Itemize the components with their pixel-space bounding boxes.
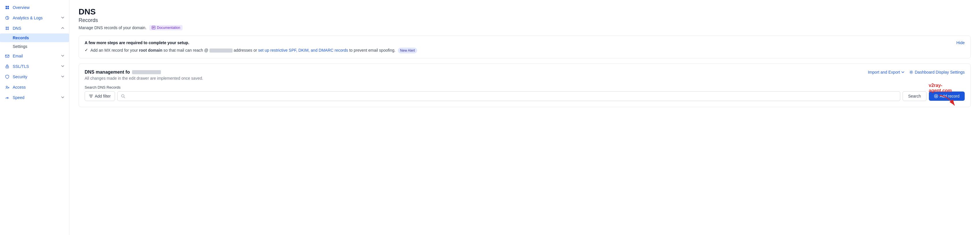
sidebar-sub-item-settings[interactable]: Settings [0, 42, 69, 51]
dns-section-title: DNS management fo [85, 70, 161, 75]
page-title: DNS [79, 7, 971, 17]
plus-icon [934, 94, 938, 98]
dns-section-header: DNS management fo Import and Export Dash… [85, 70, 965, 75]
sidebar-item-dns[interactable]: DNS [0, 23, 69, 33]
sidebar-item-access[interactable]: Access [0, 82, 69, 92]
dns-management-section: DNS management fo Import and Export Dash… [79, 64, 971, 107]
sidebar-item-overview[interactable]: Overview [0, 2, 69, 13]
search-button-label: Search [908, 94, 921, 98]
sidebar-item-email[interactable]: Email [0, 51, 69, 61]
new-alert-badge: New Alert [398, 48, 417, 53]
doc-icon [152, 26, 156, 29]
blurred-domain [210, 49, 232, 52]
chevron-down-icon-ssl [61, 64, 64, 69]
sidebar-item-dns-label: DNS [13, 26, 21, 30]
documentation-badge[interactable]: Documentation [150, 25, 183, 30]
import-export-label: Import and Export [868, 70, 900, 75]
gear-icon [909, 70, 913, 74]
sidebar-item-ssl-tls[interactable]: SSL/TLS [0, 61, 69, 71]
chevron-down-icon-email [61, 54, 64, 58]
hide-link[interactable]: Hide [956, 40, 965, 45]
lock-icon [5, 64, 10, 69]
add-record-area: Add record v2ray-agent.com [929, 92, 965, 101]
svg-rect-0 [5, 6, 7, 7]
filter-icon [89, 94, 93, 98]
sidebar-item-analytics-logs[interactable]: Analytics & Logs [0, 13, 69, 23]
chart-icon [5, 15, 10, 21]
search-input-wrap [117, 91, 900, 101]
add-record-button[interactable]: Add record [929, 92, 965, 101]
sidebar: Overview Analytics & Logs DNS [0, 0, 69, 235]
doc-badge-label: Documentation [157, 26, 180, 30]
dns-section-description: All changes made in the edit drawer are … [85, 76, 965, 81]
grid-icon [5, 5, 10, 10]
search-area: Search DNS Records Add filter [85, 85, 965, 101]
alert-body-middle: so that mail can reach @ [164, 48, 208, 52]
alert-body-suffix: addresses or [234, 48, 257, 52]
page-subtitle: Records [79, 17, 971, 23]
add-record-label: Add record [940, 94, 959, 98]
sidebar-item-overview-label: Overview [13, 5, 29, 10]
svg-point-5 [6, 27, 6, 28]
chevron-down-icon-speed [61, 95, 64, 100]
alert-bold-word: root domain [139, 48, 162, 52]
dns-icon [5, 26, 10, 31]
import-export-button[interactable]: Import and Export [868, 70, 905, 75]
dns-management-title-prefix: DNS management fo [85, 70, 130, 75]
sidebar-sub-item-records[interactable]: Records [0, 33, 69, 42]
alert-body-prefix: Add an MX record for your [91, 48, 138, 52]
alert-box: A few more steps are required to complet… [79, 35, 971, 58]
alert-title: A few more steps are required to complet… [85, 40, 965, 45]
sidebar-item-email-label: Email [13, 54, 23, 58]
dashboard-settings-label: Dashboard Display Settings [915, 70, 965, 75]
sidebar-sub-item-records-label: Records [13, 35, 29, 40]
sidebar-item-analytics-logs-label: Analytics & Logs [13, 16, 43, 20]
sidebar-item-access-label: Access [13, 85, 26, 89]
alert-body: ✓ Add an MX record for your root domain … [85, 48, 965, 53]
alert-text: Add an MX record for your root domain so… [91, 48, 417, 53]
sidebar-item-speed-label: Speed [13, 95, 24, 100]
sidebar-item-ssl-tls-label: SSL/TLS [13, 64, 29, 69]
svg-point-15 [911, 71, 912, 73]
sidebar-item-speed[interactable]: Speed [0, 92, 69, 103]
sidebar-item-security-label: Security [13, 75, 27, 79]
chevron-down-icon-security [61, 75, 64, 79]
chevron-down-icon [61, 16, 64, 20]
add-filter-label: Add filter [95, 94, 111, 98]
svg-point-11 [7, 67, 8, 67]
svg-point-6 [8, 27, 9, 28]
shield-icon [5, 74, 10, 79]
sidebar-item-security[interactable]: Security [0, 71, 69, 82]
search-label: Search DNS Records [85, 85, 965, 89]
dashboard-settings-button[interactable]: Dashboard Display Settings [909, 70, 965, 75]
search-icon [121, 94, 125, 98]
svg-rect-9 [5, 55, 9, 57]
check-icon: ✓ [85, 48, 88, 52]
svg-point-12 [6, 86, 8, 87]
alert-body-end: to prevent email spoofing. [349, 48, 396, 52]
main-content: DNS Records Manage DNS records of your d… [69, 0, 980, 235]
page-description-text: Manage DNS records of your domain. [79, 25, 146, 30]
sidebar-sub-item-settings-label: Settings [13, 44, 27, 49]
spf-dkim-dmarc-link[interactable]: set up restrictive SPF, DKIM, and DMARC … [258, 48, 348, 52]
svg-rect-1 [8, 6, 9, 7]
search-input[interactable] [127, 92, 897, 101]
svg-point-8 [8, 29, 9, 30]
blurred-domain-2 [132, 70, 161, 74]
add-filter-button[interactable]: Add filter [85, 91, 115, 101]
access-icon [5, 84, 10, 90]
svg-rect-2 [5, 8, 7, 9]
search-row: Add filter Search [85, 91, 965, 101]
page-description-row: Manage DNS records of your domain. Docum… [79, 25, 971, 30]
chevron-up-icon [61, 26, 64, 30]
svg-point-7 [6, 29, 6, 30]
svg-point-13 [7, 98, 8, 99]
speed-icon [5, 95, 10, 100]
chevron-down-icon-import [901, 70, 905, 74]
search-button[interactable]: Search [902, 91, 926, 101]
email-icon [5, 53, 10, 59]
dns-actions: Import and Export Dashboard Display Sett… [868, 70, 965, 75]
svg-rect-3 [8, 8, 9, 9]
